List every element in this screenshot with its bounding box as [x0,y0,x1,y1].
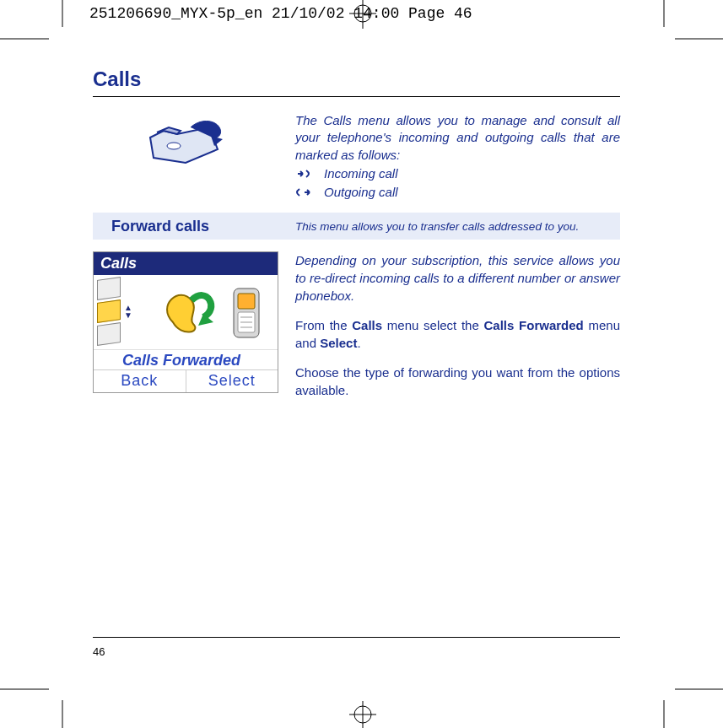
printer-slug: 251206690_MYX-5p_en 21/10/02 14:00 Page … [89,5,472,22]
call-forward-illustration [148,280,272,344]
folder-icon [135,112,236,176]
svg-point-11 [354,706,371,723]
phone-menu-item [97,322,121,346]
intro-row: The Calls menu allows you to manage and … [93,112,620,201]
phone-screenshot: Calls ▲▼ [93,251,278,393]
outgoing-call-label: Outgoing call [324,184,398,201]
phone-screen-body: ▲▼ [94,275,278,349]
svg-rect-16 [238,294,255,309]
incoming-call-legend: Incoming call [295,165,620,182]
forward-subscription-note: Depending on your subscription, this ser… [295,251,620,305]
phone-scroll-arrows-icon: ▲▼ [124,304,132,319]
phone-softkey-bar: Back Select [94,369,278,392]
svg-point-14 [167,143,181,149]
incoming-call-icon [295,168,314,180]
outgoing-call-legend: Outgoing call [295,184,620,201]
section-folder-illustration [93,112,278,201]
phone-menu-strip [97,278,126,347]
footer-rule [93,637,620,638]
page-title: Calls [93,67,620,91]
subsection-band: Forward calls This menu allows you to tr… [93,213,620,240]
phone-menu-item [97,277,121,300]
forward-choose-type: Choose the type of forwarding you want f… [295,364,620,399]
title-rule [93,96,620,97]
intro-paragraph: The Calls menu allows you to manage and … [295,112,620,164]
phone-softkey-left: Back [94,370,186,392]
page-number: 46 [93,645,105,658]
subsection-blurb: This menu allows you to transfer calls a… [295,220,579,233]
forward-navigation-step: From the Calls menu select the Calls For… [295,316,620,352]
phone-softkey-right: Select [186,370,278,392]
incoming-call-label: Incoming call [324,165,398,182]
outgoing-call-icon [295,186,314,198]
phone-menu-active-label: Calls Forwarded [94,349,278,369]
subsection-heading: Forward calls [93,218,295,235]
phone-menu-item-selected [97,299,121,323]
phone-screen-title: Calls [94,252,278,275]
